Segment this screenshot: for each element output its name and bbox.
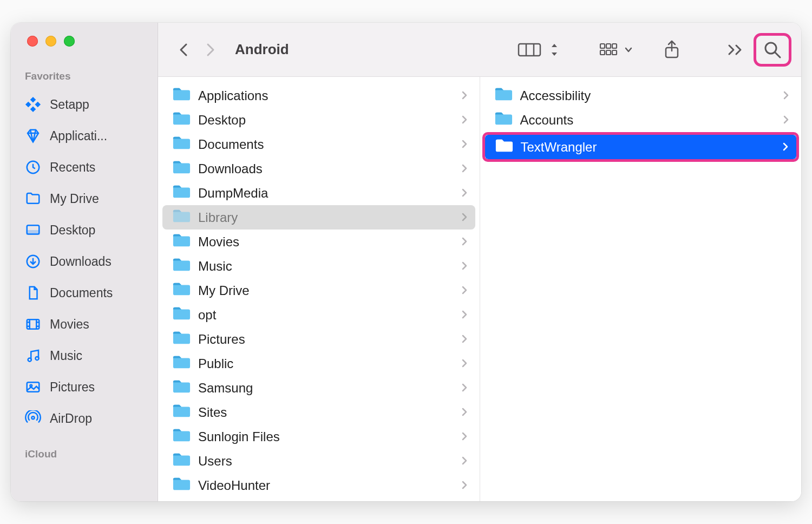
svg-rect-16: [606, 44, 611, 48]
sidebar-item-label: Movies: [50, 317, 143, 332]
folder-row[interactable]: Pictures: [162, 327, 475, 351]
folder-icon: [172, 281, 191, 300]
folder-icon: [172, 403, 191, 422]
chevron-right-icon: [783, 113, 789, 128]
chevron-right-icon: [461, 161, 468, 176]
folder-icon: [25, 191, 41, 207]
folder-icon: [172, 135, 191, 154]
svg-rect-1: [25, 102, 31, 108]
sidebar-item-label: Desktop: [50, 223, 143, 238]
up-down-chevron-icon: [550, 42, 559, 58]
zoom-window-button[interactable]: [64, 36, 75, 47]
chevron-right-icon: [461, 405, 468, 420]
pictures-icon: [25, 379, 41, 395]
folder-row[interactable]: Downloads: [162, 156, 475, 181]
folder-row[interactable]: Public: [162, 351, 475, 376]
share-button[interactable]: [658, 37, 685, 63]
sidebar-item-documents[interactable]: Documents: [11, 277, 158, 309]
folder-icon: [172, 233, 191, 251]
folder-row[interactable]: opt: [162, 303, 475, 327]
chevron-right-icon: [461, 478, 468, 493]
sidebar-item-music[interactable]: Music: [11, 340, 158, 371]
folder-row[interactable]: TextWrangler: [485, 135, 797, 159]
folder-label: Sites: [198, 405, 454, 420]
sidebar-item-movies[interactable]: Movies: [11, 309, 158, 340]
folder-row[interactable]: Music: [162, 254, 475, 278]
folder-label: Samsung: [198, 381, 454, 396]
svg-rect-3: [30, 106, 36, 112]
folder-icon: [495, 138, 513, 156]
folder-icon: [172, 306, 191, 324]
column-1[interactable]: Accessibility Accounts TextWrangler: [480, 77, 802, 501]
folder-row[interactable]: Desktop: [162, 108, 475, 132]
folder-icon: [172, 476, 191, 495]
folder-row[interactable]: DumpMedia: [162, 181, 475, 205]
search-highlight: [754, 33, 791, 67]
sidebar-section-favorites: Favorites: [11, 67, 158, 89]
svg-rect-17: [612, 44, 617, 48]
sidebar: Favorites Setapp Applicati... Recents My…: [11, 23, 158, 501]
folder-row[interactable]: Accessibility: [484, 83, 797, 108]
sidebar-item-desktop[interactable]: Desktop: [11, 214, 158, 246]
column-browser: Applications Desktop Documents Downloads…: [158, 77, 801, 501]
sidebar-item-applications[interactable]: Applicati...: [11, 120, 158, 152]
folder-row[interactable]: Applications: [162, 83, 475, 108]
download-icon: [25, 253, 41, 270]
desktop-icon: [25, 222, 41, 238]
sidebar-item-label: Pictures: [50, 380, 143, 395]
folder-row[interactable]: Documents: [162, 132, 475, 156]
folder-row[interactable]: Sites: [162, 400, 475, 424]
chevron-right-icon: [461, 381, 468, 396]
sidebar-item-downloads[interactable]: Downloads: [11, 246, 158, 277]
forward-button[interactable]: [199, 37, 221, 63]
svg-rect-18: [600, 50, 605, 55]
folder-row[interactable]: Samsung: [162, 376, 475, 400]
folder-label: Pictures: [198, 332, 454, 347]
sidebar-item-recents[interactable]: Recents: [11, 152, 158, 183]
folder-row[interactable]: Movies: [162, 230, 475, 254]
svg-point-9: [28, 358, 31, 361]
folder-icon: [172, 355, 191, 373]
sidebar-item-mydrive[interactable]: My Drive: [11, 183, 158, 214]
double-chevron-right-icon: [726, 43, 745, 56]
close-window-button[interactable]: [27, 36, 38, 47]
folder-row[interactable]: My Drive: [162, 278, 475, 303]
folder-row[interactable]: VideoHunter: [162, 473, 475, 497]
svg-point-13: [32, 416, 35, 419]
folder-label: Downloads: [198, 161, 454, 176]
clock-icon: [25, 159, 41, 175]
chevron-right-icon: [461, 210, 468, 225]
folder-icon: [172, 428, 191, 446]
chevron-right-icon: [461, 429, 468, 444]
search-button[interactable]: [757, 37, 788, 63]
minimize-window-button[interactable]: [45, 36, 56, 47]
folder-row[interactable]: Users: [162, 449, 475, 473]
setapp-icon: [25, 96, 41, 113]
main-area: Android: [158, 23, 801, 501]
folder-label: Accounts: [520, 113, 776, 128]
chevron-right-icon: [461, 113, 468, 128]
column-0[interactable]: Applications Desktop Documents Downloads…: [158, 77, 480, 501]
sidebar-item-setapp[interactable]: Setapp: [11, 89, 158, 120]
view-switcher-menu[interactable]: [550, 37, 563, 63]
folder-label: Accessibility: [520, 88, 776, 103]
view-columns-button[interactable]: [512, 37, 547, 63]
folder-row[interactable]: Library: [162, 205, 475, 230]
sidebar-section-icloud: iCloud: [11, 434, 158, 467]
back-button[interactable]: [173, 37, 195, 63]
sidebar-item-airdrop[interactable]: AirDrop: [11, 403, 158, 434]
group-by-button[interactable]: [594, 37, 638, 63]
toolbar-more-button[interactable]: [722, 37, 749, 63]
folder-row[interactable]: Accounts: [484, 108, 797, 132]
folder-label: My Drive: [198, 283, 454, 298]
window-title: Android: [235, 41, 497, 58]
sidebar-item-label: Recents: [50, 160, 143, 175]
folder-label: Users: [198, 454, 454, 469]
svg-rect-6: [27, 231, 40, 234]
airdrop-icon: [25, 410, 41, 427]
folder-row[interactable]: Sunlogin Files: [162, 424, 475, 449]
chevron-right-icon: [783, 88, 789, 103]
sidebar-item-pictures[interactable]: Pictures: [11, 371, 158, 403]
svg-rect-2: [35, 102, 41, 108]
chevron-right-icon: [461, 283, 468, 298]
